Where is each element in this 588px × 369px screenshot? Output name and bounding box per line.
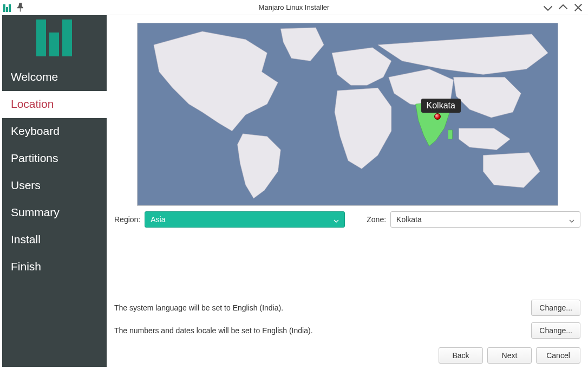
numbers-locale-text: The numbers and dates locale will be set… [114,326,313,335]
sidebar-item-finish[interactable]: Finish [2,254,107,281]
titlebar: Manjaro Linux Installer [0,0,588,15]
language-locale-text: The system language will be set to Engli… [114,303,283,312]
chevron-down-icon [569,217,574,222]
zone-label: Zone: [367,215,386,224]
timezone-map[interactable]: Kolkata [137,23,558,206]
close-icon[interactable] [573,2,584,13]
sidebar: Welcome Location Keyboard Partitions Use… [2,15,107,367]
cancel-button[interactable]: Cancel [536,347,580,364]
next-button[interactable]: Next [487,347,532,364]
window-title: Manjaro Linux Installer [0,3,588,11]
map-marker-icon [434,113,441,120]
change-numbers-button[interactable]: Change... [531,322,580,339]
chevron-down-icon [334,217,339,222]
manjaro-icon [3,3,12,12]
region-label: Region: [114,215,140,224]
sidebar-item-welcome[interactable]: Welcome [2,64,107,91]
wizard-button-bar: Back Next Cancel [114,347,580,364]
maximize-icon[interactable] [558,2,569,13]
main-panel: Kolkata Region: Asia Zone: Kolkata [107,15,588,369]
region-value: Asia [151,215,165,224]
zone-value: Kolkata [396,215,422,224]
pin-icon[interactable] [15,2,26,13]
sidebar-item-partitions[interactable]: Partitions [2,145,107,172]
sidebar-item-location[interactable]: Location [2,91,107,118]
sidebar-item-users[interactable]: Users [2,172,107,199]
region-select[interactable]: Asia [145,211,345,228]
sidebar-item-summary[interactable]: Summary [2,199,107,226]
minimize-icon[interactable] [543,2,553,13]
map-city-label: Kolkata [421,99,461,113]
zone-select[interactable]: Kolkata [390,211,580,228]
manjaro-logo [36,20,73,56]
change-language-button[interactable]: Change... [531,300,580,316]
sidebar-item-install[interactable]: Install [2,226,107,254]
sidebar-item-keyboard[interactable]: Keyboard [2,118,107,145]
back-button[interactable]: Back [439,347,483,364]
